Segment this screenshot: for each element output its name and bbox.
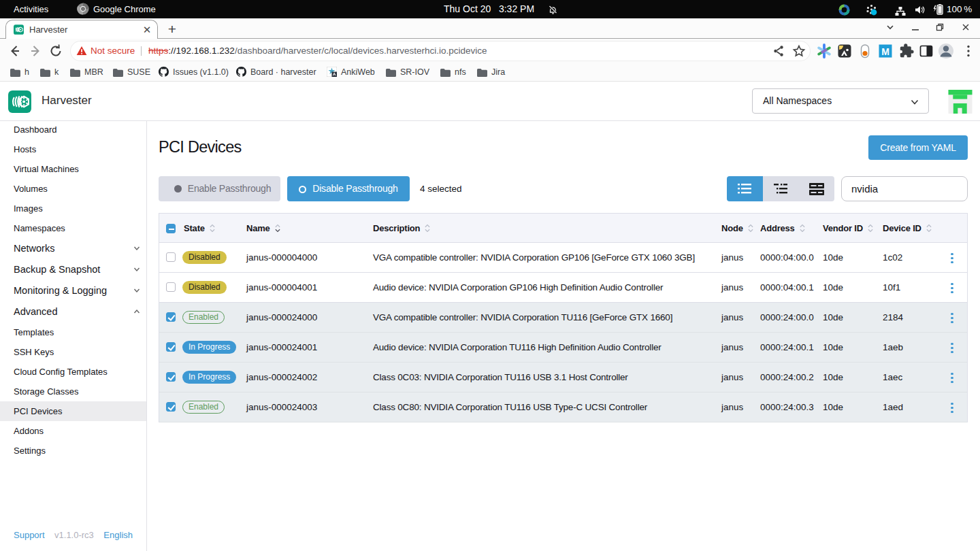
svg-text:M: M [881, 46, 889, 57]
